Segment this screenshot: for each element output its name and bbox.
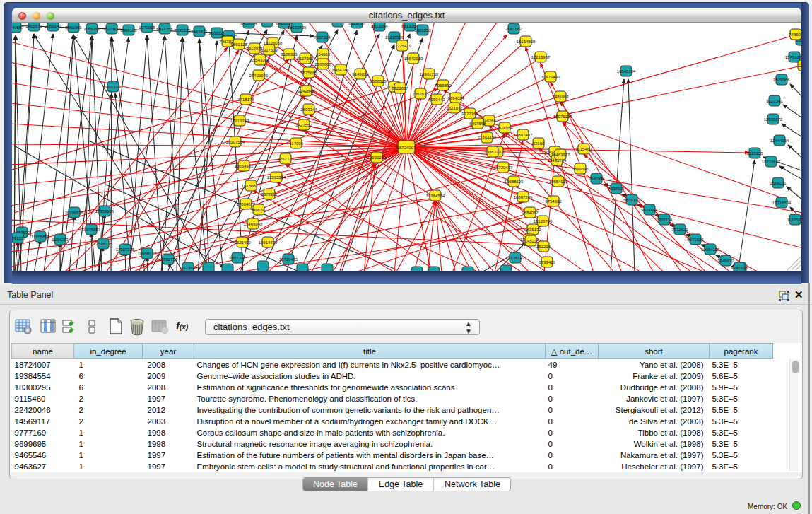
svg-text:2087682: 2087682 <box>505 27 522 31</box>
svg-text:1588520: 1588520 <box>370 79 387 83</box>
svg-text:8471626: 8471626 <box>687 238 704 242</box>
svg-text:10543362: 10543362 <box>251 58 270 62</box>
svg-text:8322037: 8322037 <box>392 86 408 90</box>
svg-text:6990443: 6990443 <box>428 98 445 102</box>
svg-text:15409948: 15409948 <box>244 222 263 226</box>
svg-text:9242848: 9242848 <box>298 89 314 93</box>
svg-text:9391577: 9391577 <box>12 236 26 240</box>
svg-text:12977: 12977 <box>798 64 801 68</box>
svg-text:2069140: 2069140 <box>45 24 61 28</box>
svg-text:7386372: 7386372 <box>484 150 501 154</box>
svg-text:12444194: 12444194 <box>770 139 789 143</box>
svg-text:6879197: 6879197 <box>623 198 640 202</box>
svg-text:8427552: 8427552 <box>295 123 312 127</box>
svg-text:3186323: 3186323 <box>281 52 298 57</box>
svg-text:15716485: 15716485 <box>279 257 298 262</box>
svg-text:13463627: 13463627 <box>551 153 570 157</box>
svg-text:417006: 417006 <box>289 141 304 146</box>
svg-text:10654112: 10654112 <box>701 247 720 252</box>
svg-text:9245612: 9245612 <box>731 266 748 270</box>
svg-text:1921850: 1921850 <box>414 28 431 33</box>
svg-text:10654985: 10654985 <box>235 164 254 168</box>
svg-text:7485063: 7485063 <box>552 95 569 99</box>
svg-text:12033872: 12033872 <box>764 117 783 122</box>
svg-text:9115460: 9115460 <box>576 147 593 151</box>
svg-text:16914479: 16914479 <box>259 240 278 245</box>
svg-text:19218506: 19218506 <box>385 35 404 40</box>
svg-text:10807487: 10807487 <box>514 133 533 137</box>
svg-text:6794024: 6794024 <box>447 96 464 100</box>
svg-text:17016504: 17016504 <box>772 201 792 205</box>
svg-text:1327509: 1327509 <box>261 48 278 52</box>
svg-text:7535535: 7535535 <box>174 28 191 33</box>
svg-text:9657791: 9657791 <box>229 256 246 260</box>
svg-text:8938923: 8938923 <box>608 187 625 191</box>
svg-text:17957225: 17957225 <box>116 247 135 252</box>
svg-text:10654923: 10654923 <box>549 180 568 184</box>
svg-text:7357224: 7357224 <box>314 35 331 40</box>
svg-text:1065352: 1065352 <box>83 27 100 31</box>
svg-text:8454749: 8454749 <box>332 68 349 72</box>
svg-text:8453054: 8453054 <box>240 23 257 25</box>
svg-text:16648784: 16648784 <box>617 69 636 74</box>
svg-text:16782759: 16782759 <box>159 257 178 262</box>
svg-text:3878332: 3878332 <box>261 192 278 197</box>
svg-text:6497568: 6497568 <box>469 122 486 126</box>
svg-text:17359926: 17359926 <box>95 209 114 214</box>
svg-text:6899695: 6899695 <box>572 167 589 171</box>
svg-text:11156829: 11156829 <box>31 235 49 239</box>
svg-text:16120746: 16120746 <box>534 219 553 223</box>
svg-text:1569231: 1569231 <box>770 181 787 185</box>
svg-text:10107554: 10107554 <box>226 140 245 144</box>
svg-text:11325419: 11325419 <box>393 44 412 48</box>
svg-text:1621072: 1621072 <box>446 106 463 110</box>
svg-text:15640910: 15640910 <box>404 57 423 61</box>
svg-text:1167533: 1167533 <box>787 218 801 222</box>
svg-text:10210643: 10210643 <box>762 160 781 164</box>
svg-text:12505135: 12505135 <box>94 242 113 246</box>
svg-text:9777169: 9777169 <box>461 112 478 116</box>
svg-text:12975125: 12975125 <box>553 115 572 119</box>
svg-text:1615132: 1615132 <box>524 228 541 232</box>
svg-text:2367608: 2367608 <box>314 62 331 66</box>
svg-text:7463821: 7463821 <box>191 30 208 34</box>
svg-text:16154838: 16154838 <box>517 40 536 44</box>
svg-text:3267110: 3267110 <box>278 157 295 161</box>
svg-text:15751074: 15751074 <box>785 55 801 59</box>
svg-text:1294273: 1294273 <box>52 238 69 242</box>
svg-text:9227343: 9227343 <box>766 99 783 103</box>
svg-text:7625402: 7625402 <box>234 240 251 245</box>
svg-text:9474444: 9474444 <box>641 208 658 212</box>
svg-text:24420046: 24420046 <box>249 74 269 78</box>
svg-text:12923448: 12923448 <box>179 266 198 270</box>
svg-text:9245612: 9245612 <box>717 259 734 263</box>
svg-text:1405572: 1405572 <box>25 24 42 28</box>
svg-text:19166827: 19166827 <box>242 184 261 188</box>
svg-text:18724007: 18724007 <box>397 146 416 150</box>
svg-text:12213363: 12213363 <box>230 119 249 123</box>
svg-text:21364436: 21364436 <box>478 136 497 140</box>
svg-text:9660128: 9660128 <box>230 42 247 47</box>
svg-text:748500: 748500 <box>789 33 801 37</box>
svg-text:6635267: 6635267 <box>329 23 346 24</box>
svg-text:9754692: 9754692 <box>545 199 562 204</box>
svg-text:3624554: 3624554 <box>496 126 513 130</box>
svg-text:6966160: 6966160 <box>120 28 137 33</box>
svg-text:16033809: 16033809 <box>288 25 307 30</box>
svg-text:1362615: 1362615 <box>412 92 429 96</box>
svg-text:2718176: 2718176 <box>237 98 254 102</box>
svg-text:1071915: 1071915 <box>139 25 155 30</box>
svg-text:9127505: 9127505 <box>297 57 314 61</box>
svg-text:5498242: 5498242 <box>250 208 267 212</box>
svg-text:9684067: 9684067 <box>522 211 539 215</box>
svg-text:16961758: 16961758 <box>420 72 439 76</box>
svg-text:10975857: 10975857 <box>82 228 101 232</box>
svg-text:14136141: 14136141 <box>506 256 525 260</box>
svg-text:12930203: 12930203 <box>367 156 387 160</box>
svg-text:9940557: 9940557 <box>12 25 24 30</box>
svg-text:14522: 14522 <box>525 239 537 243</box>
svg-text:20053346: 20053346 <box>104 85 123 89</box>
svg-text:252214: 252214 <box>536 245 551 249</box>
svg-text:10958127: 10958127 <box>138 252 157 256</box>
svg-text:154663: 154663 <box>316 52 331 57</box>
